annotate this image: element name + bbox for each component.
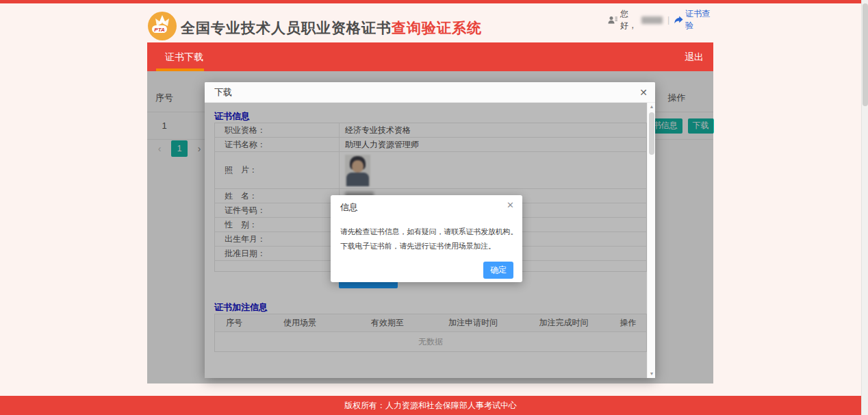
info-dialog-title: 信息: [340, 201, 358, 214]
footer: 版权所有：人力资源和社会保障部人事考试中心: [0, 396, 861, 415]
site-title-main: 全国专业技术人员职业资格证书: [181, 20, 392, 36]
logout-button[interactable]: 退出: [685, 42, 704, 71]
browser-scrollbar-thumb[interactable]: [863, 3, 868, 106]
site-title-system: 查询验证系统: [392, 20, 482, 36]
modal-scrollbar[interactable]: ▲ ▼: [647, 103, 655, 378]
greeting-label: 您好，: [620, 8, 641, 32]
site-title: 全国专业技术人员职业资格证书查询验证系统: [181, 18, 482, 38]
scrollbar-down-icon[interactable]: ▼: [648, 370, 656, 378]
download-modal-title: 下载: [214, 82, 232, 103]
masked-username: [641, 16, 663, 24]
top-accent-bar: [0, 0, 861, 3]
info-dialog: 信息 ✕ 请先检查证书信息，如有疑问，请联系证书发放机构。 下载电子证书前，请先…: [331, 195, 522, 282]
download-modal-close-icon[interactable]: ✕: [639, 82, 648, 103]
confirm-button[interactable]: 确定: [483, 262, 513, 279]
copyright-text: 版权所有：人力资源和社会保障部人事考试中心: [344, 400, 517, 412]
info-dialog-close-icon[interactable]: ✕: [507, 200, 514, 210]
cert-verify-link[interactable]: 证书查验: [674, 8, 712, 32]
download-modal-titlebar: 下载 ✕: [205, 82, 655, 103]
tab-cert-download[interactable]: 证书下载: [147, 42, 221, 71]
user-icon: [608, 16, 617, 25]
scrollbar-up-icon[interactable]: ▲: [648, 103, 656, 111]
separator: |: [667, 15, 669, 25]
cert-verify-label: 证书查验: [685, 8, 712, 32]
logo-text: PTA: [154, 27, 165, 33]
info-dialog-line1: 请先检查证书信息，如有疑问，请联系证书发放机构。: [340, 227, 514, 237]
main-nav: 证书下载 退出: [147, 42, 713, 71]
scrollbar-thumb[interactable]: [649, 112, 654, 155]
info-dialog-line2: 下载电子证书前，请先进行证书使用场景加注。: [340, 241, 514, 251]
user-bar: 您好， | 证书查验: [608, 14, 712, 26]
tab-cert-download-label: 证书下载: [165, 51, 203, 62]
browser-scrollbar[interactable]: [861, 0, 868, 415]
share-arrow-icon: [674, 16, 683, 24]
pta-logo: PTA: [147, 11, 177, 41]
